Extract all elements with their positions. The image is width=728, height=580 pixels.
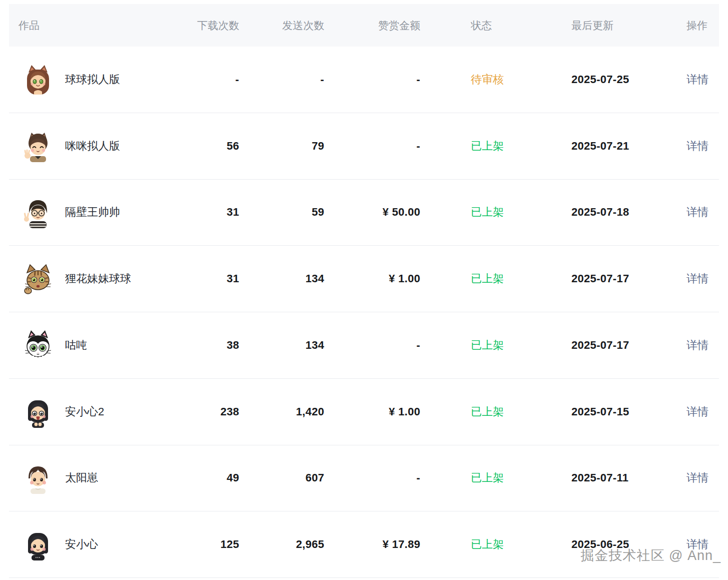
reward-value: ¥ 17.89 xyxy=(324,538,420,551)
last-updated: 2025-07-18 xyxy=(570,206,686,219)
sticker-name: 球球拟人版 xyxy=(65,72,120,87)
girl-bob-smile-avatar-icon xyxy=(22,528,54,560)
downloads-value: 49 xyxy=(190,471,239,484)
table-row: 隔壁王帅帅 31 59 ¥ 50.00 已上架 2025-07-18 详情 xyxy=(9,180,719,246)
detail-link[interactable]: 详情 xyxy=(686,140,708,152)
status-badge: 已上架 xyxy=(471,538,504,550)
detail-link[interactable]: 详情 xyxy=(686,73,708,86)
sends-value: 607 xyxy=(239,471,324,484)
sticker-name: 狸花妹妹球球 xyxy=(65,271,131,286)
status-badge: 已上架 xyxy=(471,206,504,218)
column-header-sends: 发送次数 xyxy=(239,19,324,33)
column-header-updated: 最后更新 xyxy=(570,19,686,33)
sticker-name: 安小心 xyxy=(65,537,98,552)
column-header-downloads: 下载次数 xyxy=(190,19,239,33)
boy-brown-hair-avatar-icon xyxy=(22,462,54,494)
sticker-name: 咕吨 xyxy=(65,338,87,353)
table-row: 安小心 125 2,965 ¥ 17.89 已上架 2025-06-25 详情 xyxy=(9,511,719,578)
last-updated: 2025-07-17 xyxy=(570,272,686,285)
girl-bob-excited-avatar-icon xyxy=(22,396,54,428)
reward-value: ¥ 50.00 xyxy=(324,206,420,219)
reward-value: - xyxy=(324,140,420,153)
girl-cat-ears-avatar-icon xyxy=(22,64,54,96)
reward-value: - xyxy=(324,339,420,352)
column-header-reward: 赞赏金额 xyxy=(324,19,420,33)
table-row: 球球拟人版 - - - 待审核 2025-07-25 详情 xyxy=(9,47,719,113)
status-badge: 待审核 xyxy=(471,73,504,86)
downloads-value: 238 xyxy=(190,405,239,418)
detail-link[interactable]: 详情 xyxy=(686,471,708,484)
sticker-name: 咪咪拟人版 xyxy=(65,139,120,154)
last-updated: 2025-07-25 xyxy=(570,73,686,86)
column-header-status: 状态 xyxy=(420,19,570,33)
sends-value: 134 xyxy=(239,339,324,352)
sends-value: 2,965 xyxy=(239,538,324,551)
downloads-value: 56 xyxy=(190,140,239,153)
sticker-name: 太阳崽 xyxy=(65,470,98,485)
table-row: 太阳崽 49 607 - 已上架 2025-07-11 详情 xyxy=(9,445,719,512)
last-updated: 2025-07-11 xyxy=(570,471,686,484)
downloads-value: - xyxy=(190,73,239,86)
last-updated: 2025-07-21 xyxy=(570,140,686,153)
reward-value: - xyxy=(324,471,420,484)
downloads-value: 125 xyxy=(190,538,239,551)
column-header-work: 作品 xyxy=(9,19,190,33)
sends-value: 1,420 xyxy=(239,405,324,418)
column-header-actions: 操作 xyxy=(686,19,719,33)
status-badge: 已上架 xyxy=(471,405,504,418)
status-badge: 已上架 xyxy=(471,272,504,285)
sends-value: - xyxy=(239,73,324,86)
sends-value: 59 xyxy=(239,206,324,219)
last-updated: 2025-07-15 xyxy=(570,405,686,418)
table-row: 咪咪拟人版 56 79 - 已上架 2025-07-21 详情 xyxy=(9,113,719,180)
detail-link[interactable]: 详情 xyxy=(686,206,708,218)
reward-value: - xyxy=(324,73,420,86)
detail-link[interactable]: 详情 xyxy=(686,272,708,285)
man-glasses-avatar-icon xyxy=(22,196,54,228)
detail-link[interactable]: 详情 xyxy=(686,339,708,351)
downloads-value: 31 xyxy=(190,272,239,285)
tabby-cat-avatar-icon xyxy=(22,263,54,295)
sticker-name: 安小心2 xyxy=(65,404,104,419)
reward-value: ¥ 1.00 xyxy=(324,405,420,418)
downloads-value: 38 xyxy=(190,339,239,352)
tuxedo-cat-avatar-icon xyxy=(22,329,54,361)
table-header: 作品 下载次数 发送次数 赞赏金额 状态 最后更新 操作 xyxy=(9,4,719,47)
boy-cat-ears-avatar-icon xyxy=(22,130,54,162)
detail-link[interactable]: 详情 xyxy=(686,405,708,418)
table-row: 咕吨 38 134 - 已上架 2025-07-17 详情 xyxy=(9,312,719,379)
status-badge: 已上架 xyxy=(471,471,504,484)
sends-value: 79 xyxy=(239,140,324,153)
status-badge: 已上架 xyxy=(471,339,504,351)
reward-value: ¥ 1.00 xyxy=(324,272,420,285)
sticker-name: 隔壁王帅帅 xyxy=(65,205,120,220)
table-row: 安小心2 238 1,420 ¥ 1.00 已上架 2025-07-15 详情 xyxy=(9,379,719,445)
watermark: 掘金技术社区 @ Ann_ xyxy=(581,546,721,564)
last-updated: 2025-07-17 xyxy=(570,339,686,352)
status-badge: 已上架 xyxy=(471,140,504,152)
downloads-value: 31 xyxy=(190,206,239,219)
table-row: 狸花妹妹球球 31 134 ¥ 1.00 已上架 2025-07-17 详情 xyxy=(9,246,719,312)
sticker-works-table: 作品 下载次数 发送次数 赞赏金额 状态 最后更新 操作 xyxy=(9,4,719,578)
sends-value: 134 xyxy=(239,272,324,285)
